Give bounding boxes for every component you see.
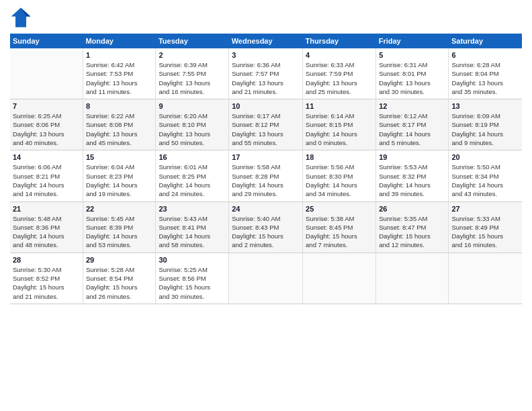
calendar-cell: 22Sunrise: 5:45 AM Sunset: 8:39 PM Dayli… (83, 201, 156, 253)
day-number: 26 (379, 205, 445, 213)
weekday-header-row: SundayMondayTuesdayWednesdayThursdayFrid… (10, 34, 522, 48)
calendar-cell: 25Sunrise: 5:38 AM Sunset: 8:45 PM Dayli… (303, 201, 376, 253)
day-info: Sunrise: 6:31 AM Sunset: 8:01 PM Dayligh… (379, 60, 445, 96)
day-info: Sunrise: 6:09 AM Sunset: 8:19 PM Dayligh… (451, 111, 519, 147)
calendar-cell: 4Sunrise: 6:33 AM Sunset: 7:59 PM Daylig… (303, 48, 376, 99)
calendar-cell: 27Sunrise: 5:33 AM Sunset: 8:49 PM Dayli… (449, 201, 522, 253)
day-number: 20 (451, 153, 519, 161)
calendar-cell (449, 253, 522, 304)
calendar-cell (376, 253, 449, 304)
calendar-cell: 21Sunrise: 5:48 AM Sunset: 8:36 PM Dayli… (10, 201, 83, 253)
day-info: Sunrise: 6:17 AM Sunset: 8:12 PM Dayligh… (232, 111, 300, 147)
day-number: 23 (159, 205, 226, 213)
day-number: 12 (379, 102, 445, 110)
calendar-cell (229, 253, 303, 304)
day-number: 3 (232, 51, 300, 59)
day-number: 28 (13, 256, 80, 264)
day-number: 27 (451, 205, 519, 213)
calendar-cell: 12Sunrise: 6:12 AM Sunset: 8:17 PM Dayli… (376, 99, 449, 150)
calendar-week-row: 14Sunrise: 6:06 AM Sunset: 8:21 PM Dayli… (10, 150, 522, 201)
day-info: Sunrise: 6:28 AM Sunset: 8:04 PM Dayligh… (451, 60, 519, 96)
day-info: Sunrise: 5:25 AM Sunset: 8:56 PM Dayligh… (159, 265, 226, 301)
day-info: Sunrise: 6:12 AM Sunset: 8:17 PM Dayligh… (379, 111, 445, 147)
calendar-header: SundayMondayTuesdayWednesdayThursdayFrid… (10, 34, 522, 48)
day-info: Sunrise: 5:33 AM Sunset: 8:49 PM Dayligh… (451, 214, 519, 250)
svg-marker-0 (11, 8, 31, 28)
calendar-week-row: 7Sunrise: 6:25 AM Sunset: 8:06 PM Daylig… (10, 99, 522, 150)
calendar-cell: 14Sunrise: 6:06 AM Sunset: 8:21 PM Dayli… (10, 150, 83, 201)
day-info: Sunrise: 6:33 AM Sunset: 7:59 PM Dayligh… (306, 60, 373, 96)
calendar-cell: 1Sunrise: 6:42 AM Sunset: 7:53 PM Daylig… (83, 48, 156, 99)
calendar-week-row: 21Sunrise: 5:48 AM Sunset: 8:36 PM Dayli… (10, 201, 522, 253)
calendar-cell (10, 48, 83, 99)
day-info: Sunrise: 6:22 AM Sunset: 8:08 PM Dayligh… (86, 111, 153, 147)
day-number: 9 (159, 102, 226, 110)
calendar-cell: 24Sunrise: 5:40 AM Sunset: 8:43 PM Dayli… (229, 201, 303, 253)
calendar-cell: 13Sunrise: 6:09 AM Sunset: 8:19 PM Dayli… (449, 99, 522, 150)
day-number: 7 (13, 102, 80, 110)
day-info: Sunrise: 6:39 AM Sunset: 7:55 PM Dayligh… (159, 60, 226, 96)
day-info: Sunrise: 5:45 AM Sunset: 8:39 PM Dayligh… (86, 214, 153, 250)
calendar-cell: 8Sunrise: 6:22 AM Sunset: 8:08 PM Daylig… (83, 99, 156, 150)
page-header (10, 7, 522, 28)
day-number: 24 (232, 205, 300, 213)
day-number: 29 (86, 256, 153, 264)
calendar-cell: 28Sunrise: 5:30 AM Sunset: 8:52 PM Dayli… (10, 253, 83, 304)
calendar-cell (303, 253, 376, 304)
day-info: Sunrise: 6:01 AM Sunset: 8:25 PM Dayligh… (159, 163, 226, 198)
day-info: Sunrise: 5:53 AM Sunset: 8:32 PM Dayligh… (379, 163, 445, 198)
day-info: Sunrise: 6:25 AM Sunset: 8:06 PM Dayligh… (13, 111, 80, 147)
day-number: 19 (379, 153, 445, 161)
calendar-cell: 6Sunrise: 6:28 AM Sunset: 8:04 PM Daylig… (449, 48, 522, 99)
day-number: 2 (159, 51, 226, 59)
day-number: 13 (451, 102, 519, 110)
calendar-week-row: 1Sunrise: 6:42 AM Sunset: 7:53 PM Daylig… (10, 48, 522, 99)
calendar-cell: 11Sunrise: 6:14 AM Sunset: 8:15 PM Dayli… (303, 99, 376, 150)
calendar-cell: 17Sunrise: 5:58 AM Sunset: 8:28 PM Dayli… (229, 150, 303, 201)
calendar-cell: 30Sunrise: 5:25 AM Sunset: 8:56 PM Dayli… (156, 253, 229, 304)
day-info: Sunrise: 5:43 AM Sunset: 8:41 PM Dayligh… (159, 214, 226, 250)
calendar-cell: 20Sunrise: 5:50 AM Sunset: 8:34 PM Dayli… (449, 150, 522, 201)
day-number: 30 (159, 256, 226, 264)
calendar-cell: 26Sunrise: 5:35 AM Sunset: 8:47 PM Dayli… (376, 201, 449, 253)
calendar-cell: 29Sunrise: 5:28 AM Sunset: 8:54 PM Dayli… (83, 253, 156, 304)
page-container: SundayMondayTuesdayWednesdayThursdayFrid… (0, 0, 532, 311)
weekday-header-thursday: Thursday (303, 34, 376, 48)
day-number: 18 (306, 153, 373, 161)
calendar-cell: 10Sunrise: 6:17 AM Sunset: 8:12 PM Dayli… (229, 99, 303, 150)
weekday-header-monday: Monday (83, 34, 156, 48)
calendar-cell: 16Sunrise: 6:01 AM Sunset: 8:25 PM Dayli… (156, 150, 229, 201)
day-number: 10 (232, 102, 300, 110)
day-number: 6 (451, 51, 519, 59)
day-number: 21 (13, 205, 80, 213)
day-number: 5 (379, 51, 445, 59)
calendar-body: 1Sunrise: 6:42 AM Sunset: 7:53 PM Daylig… (10, 48, 522, 304)
calendar-cell: 18Sunrise: 5:56 AM Sunset: 8:30 PM Dayli… (303, 150, 376, 201)
calendar-cell: 7Sunrise: 6:25 AM Sunset: 8:06 PM Daylig… (10, 99, 83, 150)
day-info: Sunrise: 6:42 AM Sunset: 7:53 PM Dayligh… (86, 60, 153, 96)
day-number: 4 (306, 51, 373, 59)
weekday-header-friday: Friday (376, 34, 449, 48)
calendar-cell: 3Sunrise: 6:36 AM Sunset: 7:57 PM Daylig… (229, 48, 303, 99)
day-number: 11 (306, 102, 373, 110)
day-info: Sunrise: 5:40 AM Sunset: 8:43 PM Dayligh… (232, 214, 300, 250)
day-number: 22 (86, 205, 153, 213)
calendar-cell: 15Sunrise: 6:04 AM Sunset: 8:23 PM Dayli… (83, 150, 156, 201)
day-info: Sunrise: 6:14 AM Sunset: 8:15 PM Dayligh… (306, 111, 373, 147)
weekday-header-tuesday: Tuesday (156, 34, 229, 48)
day-info: Sunrise: 6:36 AM Sunset: 7:57 PM Dayligh… (232, 60, 300, 96)
day-info: Sunrise: 5:38 AM Sunset: 8:45 PM Dayligh… (306, 214, 373, 250)
day-number: 14 (13, 153, 80, 161)
logo-icon (10, 7, 32, 28)
day-info: Sunrise: 5:28 AM Sunset: 8:54 PM Dayligh… (86, 265, 153, 301)
day-info: Sunrise: 5:48 AM Sunset: 8:36 PM Dayligh… (13, 214, 80, 250)
day-number: 17 (232, 153, 300, 161)
day-number: 25 (306, 205, 373, 213)
calendar-cell: 9Sunrise: 6:20 AM Sunset: 8:10 PM Daylig… (156, 99, 229, 150)
weekday-header-saturday: Saturday (449, 34, 522, 48)
calendar-cell: 5Sunrise: 6:31 AM Sunset: 8:01 PM Daylig… (376, 48, 449, 99)
day-info: Sunrise: 5:56 AM Sunset: 8:30 PM Dayligh… (306, 163, 373, 198)
day-info: Sunrise: 6:06 AM Sunset: 8:21 PM Dayligh… (13, 163, 80, 198)
day-number: 8 (86, 102, 153, 110)
day-info: Sunrise: 6:20 AM Sunset: 8:10 PM Dayligh… (159, 111, 226, 147)
